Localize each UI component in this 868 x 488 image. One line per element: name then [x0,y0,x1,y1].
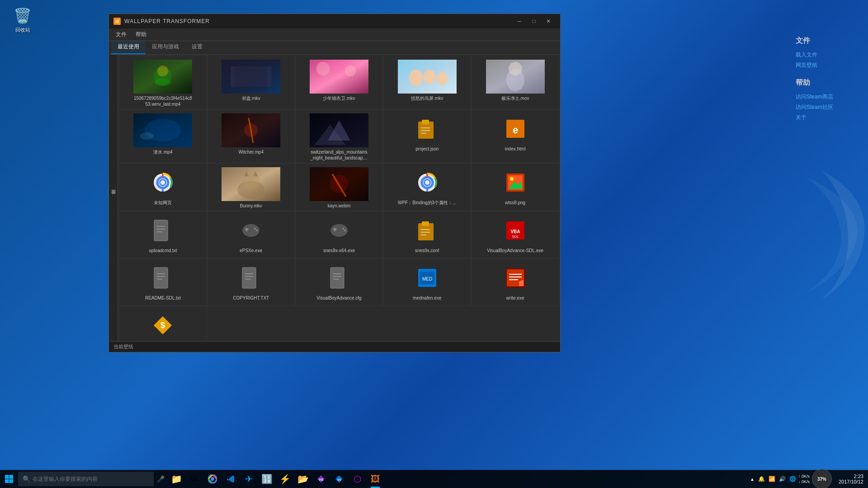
menu-file[interactable]: 文件 [111,29,131,40]
sidebar-link-steam-community[interactable]: 访问Steam社区 [796,103,850,111]
svg-point-10 [345,66,356,76]
taskbar-app-6[interactable]: ⚡ [276,470,294,488]
tab-recent[interactable]: 最近使用 [111,40,146,54]
recycle-bin-icon[interactable]: 🗑️ 回收站 [7,7,38,33]
file-icon [416,172,438,193]
svg-point-13 [423,70,436,84]
close-button[interactable]: ✕ [541,15,556,28]
maximize-button[interactable]: □ [527,15,541,28]
file-item[interactable]: VBA SDL VisualBoyAdvance-SDL.exe [471,211,559,258]
file-item[interactable]: 愤怒的鸟屏.mkv [383,56,471,109]
file-icon [240,220,262,241]
clock-time: 2:23 [839,474,863,479]
file-thumbnail [133,60,192,94]
svg-point-37 [160,180,165,185]
svg-rect-106 [9,479,14,483]
file-name: 少年锦衣卫.mkv [323,95,355,101]
file-item[interactable]: switzerland_alps_mountains_night_beautif… [295,109,383,163]
file-name: snes9x.conf [415,248,439,253]
right-sidebar: 文件 载入文件 网页壁纸 帮助 访问Steam商店 访问Steam社区 关于 [796,36,850,124]
file-item[interactable]: 未知网页 [119,163,207,211]
file-item[interactable]: wtss8.png [471,163,559,211]
taskbar-app-vs2[interactable]: VS [330,470,348,488]
minimize-button[interactable]: ─ [512,15,527,28]
file-item[interactable]: kayn.webm [295,163,383,211]
file-item[interactable]: 15067289059bc2c3f4e514c853.wmv_last.mp4 [119,56,207,109]
taskbar-app-mail2[interactable]: ✈ [240,470,258,488]
svg-point-40 [242,172,260,190]
svg-point-14 [437,72,448,85]
file-item[interactable]: Witcher.mp4 [207,109,295,163]
file-item[interactable]: snes9x.conf [383,211,471,258]
battery-widget: 37% [812,469,832,488]
file-thumbnail [310,113,368,147]
file-name: 15067289059bc2c3f4e514c853.wmv_last.mp4 [133,95,192,107]
tray-network-icon: 📶 [769,476,775,482]
mic-button[interactable]: 🎤 [154,472,167,486]
file-item[interactable]: WPF：Binding的3个属性：... [383,163,471,211]
file-name: 极乐净土.mov [501,95,529,101]
file-item[interactable]: MED mednafen.exe [383,258,471,306]
file-item[interactable]: project.json [383,109,471,163]
file-item[interactable]: 潜水.mp4 [119,109,207,163]
svg-text:MED: MED [422,277,432,282]
tab-settings[interactable]: 设置 [185,40,209,54]
taskbar-app-chrome[interactable] [203,470,222,488]
file-thumbnail [222,113,280,147]
file-item[interactable]: eindex.html [471,109,559,163]
menu-help[interactable]: 帮助 [131,29,151,40]
file-item[interactable]: uploadcmd.txt [119,211,207,258]
side-label: 文件壁纸 [109,55,118,341]
taskbar-app-vs[interactable]: VS [312,470,330,488]
file-item[interactable]: VisualBoyAdvance.cfg [295,258,383,306]
window-controls: ─ □ ✕ [512,15,556,28]
search-input[interactable] [33,476,141,482]
file-name: WPF：Binding的3个属性：... [398,200,456,206]
file-item[interactable]: $ Dollar.exe [119,306,207,341]
taskbar-search-box[interactable]: 🔍 [18,472,154,486]
svg-point-12 [409,70,423,86]
taskbar-app-calculator[interactable]: 🔢 [258,470,276,488]
taskbar-app-vscode[interactable] [222,470,240,488]
file-item[interactable]: ePSXe.exe [207,211,295,258]
file-item[interactable]: COPYRIGHT.TXT [207,258,295,306]
svg-rect-104 [9,475,14,479]
taskbar-app-files[interactable]: 📂 [294,470,312,488]
file-grid-area[interactable]: 15067289059bc2c3f4e514c853.wmv_last.mp4 … [118,55,560,341]
start-button[interactable] [0,470,18,488]
file-item[interactable]: write.exe [471,258,559,306]
tab-games[interactable]: 应用与游戏 [146,40,185,54]
svg-point-20 [140,132,154,140]
sidebar-link-web-wallpaper[interactable]: 网页壁纸 [796,61,850,69]
file-item[interactable]: 初盘.mkv [207,56,295,109]
taskbar-app-mail[interactable]: ✉ [185,470,203,488]
file-name: 未知网页 [154,200,172,206]
svg-text:$: $ [160,321,165,330]
taskbar-app-wallpaper[interactable]: 🖼 [366,470,384,488]
file-icon [328,267,350,289]
notification-expand[interactable]: ▲ [749,477,756,482]
file-thumbnail [133,113,192,147]
sidebar-link-load-file[interactable]: 载入文件 [796,51,850,59]
network-down: ↓ 0K/s [798,479,810,484]
window-title: WALLPAPER TRANSFORMER [124,18,512,24]
svg-point-2 [157,66,168,76]
sidebar-file-title: 文件 [796,36,850,46]
network-up: ↑ 0K/s [798,474,810,479]
sidebar-link-about[interactable]: 关于 [796,114,850,122]
file-item[interactable]: README-SDL.txt [119,258,207,306]
svg-rect-28 [422,120,429,124]
taskbar-app-file-explorer[interactable]: 📁 [167,470,185,488]
sidebar-link-steam-store[interactable]: 访问Steam商店 [796,93,850,101]
svg-point-108 [211,477,214,481]
taskbar-app-11[interactable]: ⬡ [348,470,366,488]
battery-percent: 37% [817,477,826,482]
file-name: project.json [415,146,439,152]
file-item[interactable]: 极乐净土.mov [471,56,559,109]
file-item[interactable]: snes9x-x64.exe [295,211,383,258]
file-item[interactable]: 少年锦衣卫.mkv [295,56,383,109]
file-name: uploadcmd.txt [149,248,177,253]
file-icon [152,267,174,289]
file-item[interactable]: Bunny.mkv [207,163,295,211]
svg-rect-105 [5,479,9,483]
